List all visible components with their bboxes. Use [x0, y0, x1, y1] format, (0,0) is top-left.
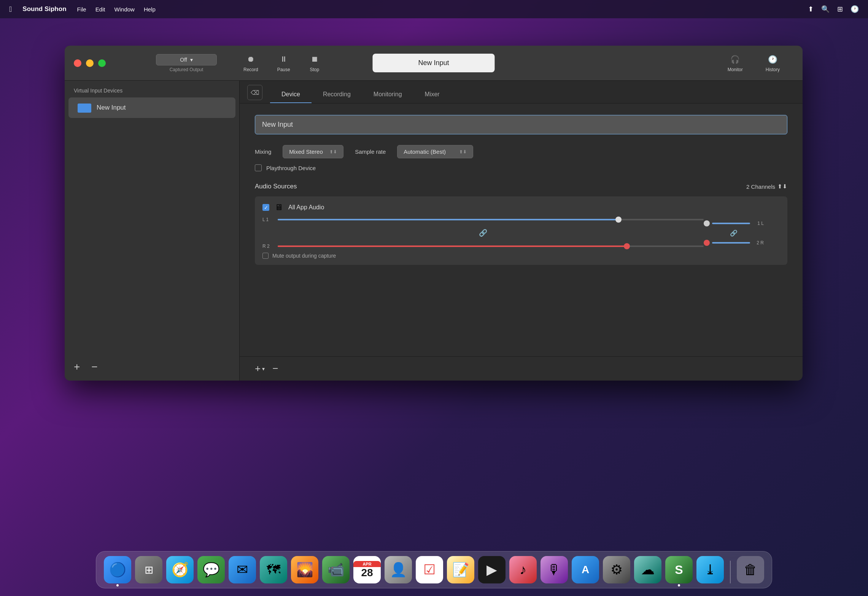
control-center-icon[interactable]: ⊞	[837, 5, 843, 13]
left-sliders: L 1 🔗	[262, 217, 704, 249]
sample-rate-value: Automatic (Best)	[404, 148, 446, 155]
dock-sysprefs[interactable]: ⚙	[603, 556, 630, 583]
slider-r2-thumb[interactable]	[624, 243, 630, 249]
playthrough-row: Playthrough Device	[255, 164, 787, 171]
tab-device[interactable]: Device	[270, 86, 312, 103]
mixing-value: Mixed Stereo	[289, 148, 323, 155]
right-r2-thumb[interactable]	[704, 240, 710, 246]
right-channel-sliders: 1 L 🔗 2 R	[704, 220, 780, 246]
monitor-device-icon	[78, 104, 91, 113]
dock-cloudmemos[interactable]: ☁	[634, 556, 661, 583]
dock-facetime[interactable]: 📹	[322, 556, 350, 583]
stop-button[interactable]: ⏹ Stop	[309, 54, 320, 72]
slider-r2-track[interactable]	[278, 245, 704, 247]
tab-recording[interactable]: Recording	[312, 86, 362, 103]
captured-output-label: Captured Output	[156, 67, 217, 72]
dock-filemanager[interactable]: ⤓	[696, 556, 724, 583]
pause-button[interactable]: ⏸ Pause	[277, 54, 290, 72]
menu-items: File Edit Window Help	[77, 6, 156, 13]
sidebar-remove-button[interactable]: −	[91, 361, 97, 373]
menu-window[interactable]: Window	[114, 6, 135, 13]
tab-monitoring[interactable]: Monitoring	[362, 86, 413, 103]
dock-notes[interactable]: 📝	[447, 556, 474, 583]
sidebar-footer: + −	[65, 353, 239, 381]
remove-source-button[interactable]: −	[272, 363, 278, 374]
sidebar-item-new-input[interactable]: New Input	[68, 97, 235, 118]
captured-output-dropdown[interactable]: Off ▾	[156, 54, 217, 65]
minimize-button[interactable]	[86, 59, 94, 67]
menu-help[interactable]: Help	[144, 6, 156, 13]
menubar:  Sound Siphon File Edit Window Help ⬆ 🔍…	[0, 0, 868, 18]
add-source-button[interactable]: +	[255, 363, 261, 374]
channels-control[interactable]: 2 Channels ⬆⬇	[746, 183, 787, 190]
right-r2-track[interactable]	[712, 242, 750, 244]
slider-container: L 1 🔗	[262, 217, 780, 249]
dock-music[interactable]: ♪	[509, 556, 537, 583]
mute-checkbox[interactable]	[262, 253, 269, 259]
window-body: Virtual Input Devices New Input + − ⌫ De…	[65, 81, 803, 381]
device-panel: Mixing Mixed Stereo ⬆⬇ Sample rate Autom…	[240, 104, 803, 356]
dock-messages[interactable]: 💬	[197, 556, 225, 583]
sidebar-add-button[interactable]: +	[74, 361, 80, 373]
dock-podcasts[interactable]: 🎙	[541, 556, 568, 583]
dock-safari[interactable]: 🧭	[166, 556, 194, 583]
right-l1-track[interactable]	[712, 223, 750, 224]
apple-menu[interactable]: 	[9, 5, 12, 14]
dock-siphon[interactable]: S	[665, 556, 693, 583]
menu-file[interactable]: File	[77, 6, 86, 13]
sidebar-section-title: Virtual Input Devices	[65, 81, 239, 97]
slider-l1-track[interactable]	[278, 219, 704, 220]
mixing-chevron-icon: ⬆⬇	[329, 149, 337, 155]
toolbar-buttons: ⏺ Record ⏸ Pause ⏹ Stop	[243, 54, 320, 72]
monitor-icon: 🎧	[730, 54, 741, 65]
captured-output-control: Off ▾ Captured Output	[156, 54, 217, 72]
tabbar: ⌫ Device Recording Monitoring Mixer	[240, 81, 803, 104]
dock-photos[interactable]: 🌄	[291, 556, 318, 583]
add-dropdown-chevron-icon[interactable]: ▾	[262, 366, 265, 372]
add-source-dropdown[interactable]: + ▾	[255, 363, 265, 374]
clock-icon[interactable]: 🕐	[851, 5, 859, 13]
menu-edit[interactable]: Edit	[95, 6, 105, 13]
mixing-dropdown[interactable]: Mixed Stereo ⬆⬇	[283, 145, 343, 158]
all-app-audio-checkbox[interactable]: ✓	[262, 204, 269, 211]
device-name-input[interactable]	[255, 115, 787, 134]
slider-l1-thumb[interactable]	[615, 217, 622, 223]
app-name: Sound Siphon	[22, 5, 66, 13]
fullscreen-button[interactable]	[98, 59, 106, 67]
right-link-icon: 🔗	[730, 229, 738, 237]
dock-appletv[interactable]: ▶	[478, 556, 506, 583]
playthrough-label: Playthrough Device	[266, 165, 316, 171]
dock-maps[interactable]: 🗺	[260, 556, 287, 583]
dock-mail[interactable]: ✉	[229, 556, 256, 583]
dock-launchpad[interactable]: ⊞	[135, 556, 162, 583]
sample-rate-dropdown[interactable]: Automatic (Best) ⬆⬇	[397, 145, 473, 158]
playthrough-checkbox[interactable]	[255, 164, 262, 171]
close-button[interactable]	[74, 59, 81, 67]
window-title: New Input	[372, 54, 494, 72]
audio-sources-title: Audio Sources	[255, 183, 297, 190]
history-label: History	[766, 67, 780, 72]
tab-mixer[interactable]: Mixer	[413, 86, 451, 103]
sidebar-item-label: New Input	[97, 104, 126, 112]
dock-calendar[interactable]: APR 28	[353, 556, 381, 583]
sidebar-collapse-button[interactable]: ⌫	[247, 85, 262, 100]
extension-icon[interactable]: ⬆	[808, 5, 814, 13]
dock-contacts[interactable]: 👤	[385, 556, 412, 583]
record-button[interactable]: ⏺ Record	[243, 54, 258, 72]
main-content: ⌫ Device Recording Monitoring Mixer Mixi…	[240, 81, 803, 381]
audio-source-top: ✓ 🖥 All App Audio	[262, 202, 780, 212]
dock-reminders[interactable]: ☑	[416, 556, 443, 583]
record-icon: ⏺	[245, 54, 256, 65]
sidebar: Virtual Input Devices New Input + −	[65, 81, 240, 381]
menubar-right: ⬆ 🔍 ⊞ 🕐	[808, 5, 859, 13]
all-app-audio-icon: 🖥	[275, 202, 283, 212]
right-l1-thumb[interactable]	[704, 220, 710, 226]
history-button[interactable]: 🕐 History	[766, 54, 780, 72]
search-icon[interactable]: 🔍	[821, 5, 830, 13]
dock-trash[interactable]: 🗑	[737, 556, 764, 583]
slider-row-l1: L 1	[262, 217, 704, 222]
dock-appstore[interactable]: A	[572, 556, 599, 583]
dock-finder[interactable]: 🔵	[104, 556, 131, 583]
audio-sources-header: Audio Sources 2 Channels ⬆⬇	[255, 183, 787, 190]
monitor-button[interactable]: 🎧 Monitor	[728, 54, 743, 72]
